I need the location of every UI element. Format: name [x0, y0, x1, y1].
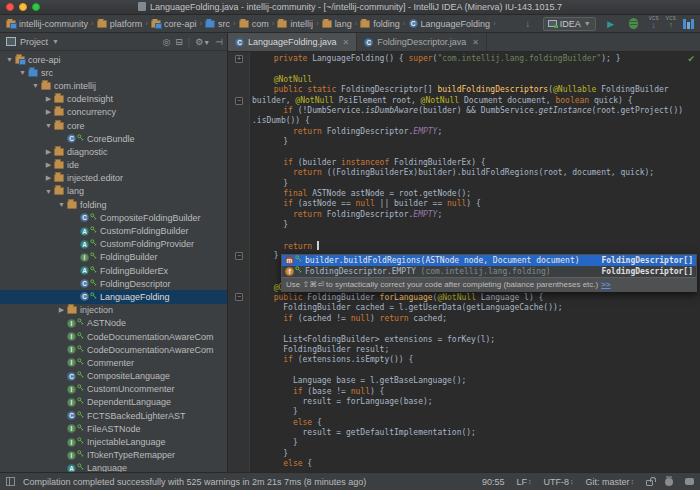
code-line: }: [250, 407, 700, 417]
tree-item-lang[interactable]: ▼lang: [0, 185, 227, 198]
debug-icon[interactable]: [626, 17, 642, 31]
tree-item-src[interactable]: ▼src: [0, 66, 227, 79]
tree-item-InjectableLanguage[interactable]: IInjectableLanguage: [0, 435, 227, 448]
run-configuration-select[interactable]: IDEA ▼: [543, 17, 596, 31]
run-icon[interactable]: ▶: [603, 17, 619, 31]
tree-item-label: diagnostic: [67, 147, 108, 157]
fold-marker-expanded[interactable]: −: [235, 252, 243, 260]
tree-item-CodeDocumentationAwareCom[interactable]: ICodeDocumentationAwareCom: [0, 343, 227, 356]
gear-icon[interactable]: ⚙▼: [195, 37, 210, 47]
editor[interactable]: + − − − private LanguageFolding() { supe…: [228, 52, 700, 472]
highlighting-level-icon[interactable]: [665, 478, 673, 486]
code-line: [250, 366, 700, 376]
breadcrumb-item-intellij-community[interactable]: intellij-community: [6, 19, 88, 29]
chevron-right-icon: ›: [91, 19, 94, 28]
encoding-selector[interactable]: UTF-8↕: [543, 477, 573, 487]
breadcrumb-item-LanguageFolding[interactable]: CLanguageFolding: [409, 19, 491, 29]
tree-expand-icon[interactable]: ▶: [43, 161, 54, 169]
chevron-right-icon: ›: [199, 19, 202, 28]
tree-item-CustomFoldingBuilder[interactable]: ACustomFoldingBuilder: [0, 224, 227, 237]
tree-expand-icon[interactable]: ▶: [43, 108, 54, 116]
tree-item-ide[interactable]: ▶ide: [0, 159, 227, 172]
breadcrumb-item-folding[interactable]: folding: [360, 19, 400, 29]
tree-item-CoreBundle[interactable]: CCoreBundle: [0, 132, 227, 145]
tree-expand-icon[interactable]: ▼: [17, 69, 28, 76]
tree-item-FoldingDescriptor[interactable]: CFoldingDescriptor: [0, 277, 227, 290]
locate-file-icon[interactable]: ◎: [162, 37, 170, 47]
tree-item-FileASTNode[interactable]: IFileASTNode: [0, 422, 227, 435]
hide-panel-icon[interactable]: ⊣: [215, 37, 223, 47]
tree-expand-icon[interactable]: ▶: [43, 174, 54, 182]
tree-expand-icon[interactable]: ▶: [56, 306, 67, 314]
project-structure-icon[interactable]: [683, 19, 694, 29]
tree-expand-icon[interactable]: ▼: [56, 201, 67, 208]
tree-item-Commenter[interactable]: ICommenter: [0, 356, 227, 369]
fold-marker-expanded[interactable]: −: [235, 97, 243, 105]
code-line: if (extensions.isEmpty()) {: [250, 355, 700, 365]
tree-expand-icon[interactable]: ▼: [4, 56, 15, 63]
tree-item-ITokenTypeRemapper[interactable]: IITokenTypeRemapper: [0, 449, 227, 462]
tree-item-FCTSBackedLighterAST[interactable]: CFCTSBackedLighterAST: [0, 409, 227, 422]
tab-LanguageFolding.java[interactable]: CLanguageFolding.java✕: [228, 33, 357, 51]
completion-item[interactable]: fFoldingDescriptor.EMPTY (com.intellij.l…: [282, 266, 696, 277]
breadcrumb-item-lang[interactable]: lang: [322, 19, 352, 29]
line-ending-selector[interactable]: LF↕: [516, 477, 531, 487]
tab-FoldingDescriptor.java[interactable]: CFoldingDescriptor.java✕: [357, 33, 487, 51]
tree-item-com.intellij[interactable]: ▼com.intellij: [0, 79, 227, 92]
tree-item-CodeDocumentationAwareCom[interactable]: ICodeDocumentationAwareCom: [0, 330, 227, 343]
code-line: if (cached != null) return cached;: [250, 314, 700, 324]
event-log-icon[interactable]: [685, 478, 694, 485]
hint-more-link[interactable]: >>: [601, 280, 610, 289]
tree-item-CompositeFoldingBuilder[interactable]: CCompositeFoldingBuilder: [0, 211, 227, 224]
make-project-icon[interactable]: ↓: [520, 17, 536, 31]
public-key-icon: [90, 279, 97, 289]
class-icon: C: [80, 213, 89, 222]
tree-expand-icon[interactable]: ▼: [30, 82, 41, 89]
tree-item-codeInsight[interactable]: ▶codeInsight: [0, 93, 227, 106]
tree-expand-icon[interactable]: ▼: [43, 122, 54, 129]
completion-item[interactable]: mbuilder.buildFoldRegions(ASTNode node, …: [282, 255, 696, 266]
tree-item-label: FoldingBuilderEx: [100, 266, 168, 276]
tree-item-injected.editor[interactable]: ▶injected.editor: [0, 172, 227, 185]
tree-item-FoldingBuilderEx[interactable]: AFoldingBuilderEx: [0, 264, 227, 277]
tree-item-LanguageFolding[interactable]: CLanguageFolding: [0, 290, 227, 303]
tree-expand-icon[interactable]: ▶: [43, 95, 54, 103]
tree-item-core-api[interactable]: ▼core-api: [0, 53, 227, 66]
vcs-update-icon[interactable]: VCS↓: [649, 17, 659, 31]
code-line: }: [250, 220, 700, 230]
tree-item-Language[interactable]: ALanguage: [0, 462, 227, 472]
tree-item-core[interactable]: ▼core: [0, 119, 227, 132]
breadcrumb-item-intellij[interactable]: intellij: [277, 19, 313, 29]
tree-item-DependentLanguage[interactable]: IDependentLanguage: [0, 396, 227, 409]
status-message[interactable]: Compilation completed successfully with …: [23, 477, 366, 487]
tree-item-CustomUncommenter[interactable]: ICustomUncommenter: [0, 383, 227, 396]
project-view-chevron-icon[interactable]: ▼: [52, 38, 59, 45]
tree-item-FoldingBuilder[interactable]: IFoldingBuilder: [0, 251, 227, 264]
git-branch-selector[interactable]: Git: master↕: [585, 477, 634, 487]
inspection-ok-icon[interactable]: ✔: [687, 54, 695, 64]
tree-expand-icon[interactable]: ▶: [43, 148, 54, 156]
public-key-icon: [77, 411, 84, 421]
tree-expand-icon[interactable]: ▼: [43, 188, 54, 195]
tree-item-injection[interactable]: ▶injection: [0, 304, 227, 317]
vcs-commit-icon[interactable]: VCS↑: [666, 17, 676, 31]
fold-marker-collapsed[interactable]: +: [235, 55, 243, 63]
tree-item-CompositeLanguage[interactable]: CCompositeLanguage: [0, 370, 227, 383]
run-config-icon: [548, 20, 557, 27]
tree-item-CustomFoldingProvider[interactable]: ACustomFoldingProvider: [0, 238, 227, 251]
breadcrumb-item-core-api[interactable]: core-api: [151, 19, 197, 29]
tree-item-concurrency[interactable]: ▶concurrency: [0, 106, 227, 119]
breadcrumb-item-com[interactable]: com: [239, 19, 269, 29]
caret-position[interactable]: 90:55: [482, 477, 505, 487]
breadcrumb-item-src[interactable]: src: [205, 19, 230, 29]
breadcrumb-item-platform[interactable]: platform: [97, 19, 143, 29]
collapse-all-icon[interactable]: ⊟: [175, 37, 183, 47]
tool-window-switcher-icon[interactable]: [6, 477, 15, 486]
close-tab-icon[interactable]: ✕: [472, 38, 479, 47]
lock-icon[interactable]: [646, 480, 653, 486]
close-tab-icon[interactable]: ✕: [343, 38, 350, 47]
tree-item-ASTNode[interactable]: IASTNode: [0, 317, 227, 330]
fold-marker-expanded[interactable]: −: [235, 293, 243, 301]
tree-item-diagnostic[interactable]: ▶diagnostic: [0, 145, 227, 158]
tree-item-folding[interactable]: ▼folding: [0, 198, 227, 211]
